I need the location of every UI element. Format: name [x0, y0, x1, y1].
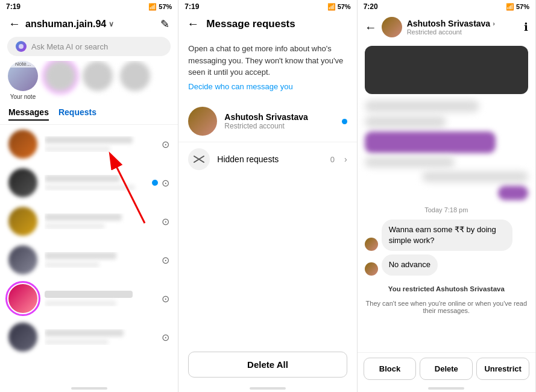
panel-message-requests: 7:19 📶 57% ← Message requests Open a cha…: [178, 0, 357, 392]
msg-content-6: [45, 329, 154, 345]
request-sub: Restricted account: [224, 122, 308, 130]
panel-chat: 7:20 📶 57% ← Ashutosh Srivastava › Restr…: [358, 0, 536, 392]
info-icon[interactable]: ℹ: [524, 21, 528, 34]
msg-name-3: [45, 213, 122, 221]
blurred-msg-2: [365, 116, 447, 128]
msg-preview-5: [45, 300, 116, 306]
msg-preview-3: [45, 223, 105, 229]
message-item-1[interactable]: ⊙: [0, 125, 178, 163]
msg-content-3: [45, 213, 154, 229]
camera-icon-4[interactable]: ⊙: [162, 254, 169, 266]
request-avatar: [188, 107, 217, 136]
msg-name-4: [45, 252, 116, 259]
blurred-msg-4: [422, 171, 528, 182]
story-item-2[interactable]: [45, 61, 76, 100]
p3-action-buttons: Block Delete Unrestrict: [358, 352, 535, 385]
story-label-note: Your note: [10, 93, 36, 100]
camera-icon-6[interactable]: ⊙: [162, 332, 169, 343]
scrollbar-3: [428, 387, 464, 390]
delete-button[interactable]: Delete: [420, 358, 473, 380]
back-button-2[interactable]: ←: [187, 17, 199, 31]
request-item-ashutosh[interactable]: Ashutosh Srivastava Restricted account: [178, 101, 356, 142]
avatar-5: [8, 284, 37, 313]
p2-title: Message requests: [206, 18, 295, 30]
msg-content-1: [45, 136, 154, 152]
story-item-4[interactable]: [119, 61, 151, 100]
sender-avatar-1: [365, 238, 378, 251]
signal-icon-2: 📶: [327, 3, 336, 11]
tab-messages[interactable]: Messages: [8, 107, 49, 121]
msg-preview-2: [45, 185, 135, 191]
msg-actions-5: ⊙: [162, 293, 169, 305]
avatar-3: [8, 207, 37, 236]
unrestrict-button[interactable]: Unrestrict: [476, 358, 529, 380]
msg-preview-4: [45, 262, 99, 268]
message-item-5[interactable]: ⊙: [0, 279, 178, 318]
p1-header: ← anshuman.jain.94 ∨ ✎: [0, 13, 178, 34]
hidden-chevron-icon: ›: [344, 154, 347, 164]
hidden-requests-item[interactable]: Hidden requests 0 ›: [178, 142, 356, 176]
camera-icon-5[interactable]: ⊙: [162, 293, 169, 305]
camera-icon-3[interactable]: ⊙: [162, 216, 169, 227]
chat-messages: Today 7:18 pm Wanna earn some ₹₹ by doin…: [358, 41, 535, 352]
camera-icon-1[interactable]: ⊙: [162, 139, 169, 150]
battery-2: 57%: [338, 3, 351, 10]
camera-icon-2[interactable]: ⊙: [162, 177, 169, 189]
story-avatar-2: [45, 61, 75, 91]
battery-3: 57%: [516, 3, 529, 10]
p2-info-link[interactable]: Decide who can message you: [188, 81, 347, 93]
avatar-4: [8, 245, 37, 274]
unread-dot: [342, 119, 347, 124]
msg-name-5: [45, 291, 133, 298]
message-item-6[interactable]: ⊙: [0, 318, 178, 356]
msg-content-4: [45, 252, 154, 268]
chat-avatar[interactable]: [382, 17, 402, 37]
msg-preview-1: [45, 146, 110, 152]
battery-1: 57%: [159, 3, 172, 10]
delete-all-button[interactable]: Delete All: [188, 352, 347, 378]
hidden-count: 0: [330, 155, 335, 164]
status-icons-3: 📶 57%: [506, 3, 529, 11]
msg-content-5: [45, 291, 154, 306]
blurred-msg-3: [365, 157, 455, 168]
msg-name-2: [45, 175, 120, 182]
msg-name-1: [45, 136, 133, 144]
back-button-1[interactable]: ←: [8, 17, 20, 31]
p3-header-info: Ashutosh Srivastava › Restricted account: [407, 19, 519, 36]
tab-requests[interactable]: Requests: [58, 107, 96, 121]
msg-row-2: No advance: [365, 254, 528, 275]
edit-icon[interactable]: ✎: [160, 17, 169, 31]
blurred-msg-purple-2: [498, 186, 528, 200]
chat-sub: Restricted account: [407, 28, 519, 36]
restricted-sub: They can't see when you're online or whe…: [365, 300, 528, 314]
panel-messages: 7:19 📶 57% ← anshuman.jain.94 ∨ ✎ Ask Me…: [0, 0, 178, 392]
search-bar[interactable]: Ask Meta AI or search: [7, 37, 171, 56]
hidden-label: Hidden requests: [217, 154, 279, 164]
p1-tabs: Messages Requests: [0, 106, 178, 125]
hidden-icon: [188, 148, 210, 170]
msg-actions-1: ⊙: [162, 139, 169, 150]
note-avatar: Note...: [8, 61, 38, 91]
status-time-2: 7:19: [184, 2, 199, 11]
msg-row-1: Wanna earn some ₹₹ by doing simple work?: [365, 220, 528, 251]
msg-preview-6: [45, 339, 109, 345]
message-item-2[interactable]: ⊙: [0, 163, 178, 202]
request-name: Ashutosh Srivastava: [224, 112, 308, 122]
block-button[interactable]: Block: [364, 358, 417, 380]
message-item-4[interactable]: ⊙: [0, 241, 178, 279]
story-avatar-4: [120, 61, 150, 91]
message-item-3[interactable]: ⊙: [0, 202, 178, 241]
chat-name: Ashutosh Srivastava: [407, 19, 491, 28]
p2-header: ← Message requests: [178, 13, 356, 34]
story-your-note[interactable]: Note... Your note: [7, 61, 39, 100]
chat-name-row: Ashutosh Srivastava ›: [407, 19, 519, 28]
note-text: Note...: [8, 61, 38, 68]
msg-name-6: [45, 329, 124, 337]
status-time-1: 7:19: [6, 2, 20, 11]
bubble-1: Wanna earn some ₹₹ by doing simple work?: [382, 220, 512, 251]
msg-actions-6: ⊙: [162, 332, 169, 343]
back-button-3[interactable]: ←: [365, 21, 377, 34]
msg-content-2: [45, 175, 145, 191]
msg-actions-3: ⊙: [162, 216, 169, 227]
story-item-3[interactable]: [82, 61, 113, 100]
